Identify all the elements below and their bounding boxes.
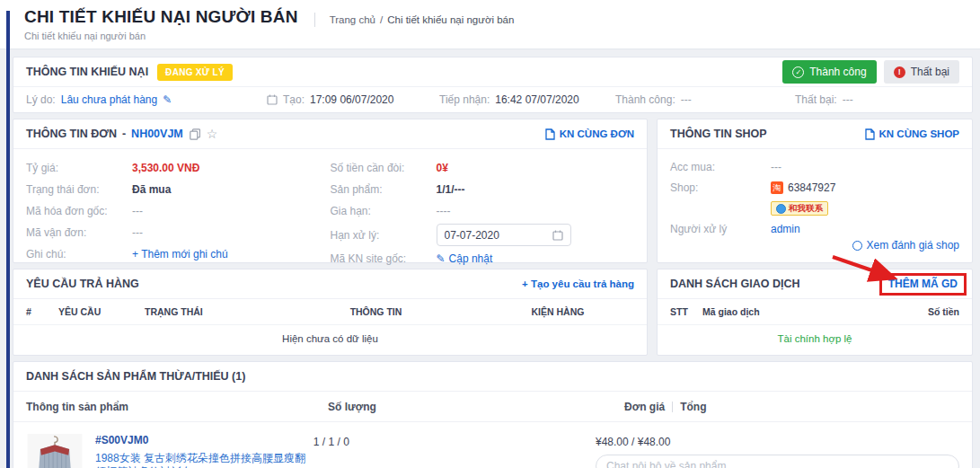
wangwang-icon xyxy=(776,204,786,214)
shop-id-value: 63847927 xyxy=(788,181,835,194)
order-field-products: Sản phẩm: 1/1/--- xyxy=(331,179,635,200)
acc-value: --- xyxy=(771,161,781,173)
highlight-box-annotation: THÊM MÃ GD xyxy=(879,273,967,296)
returns-col-request: YÊU CẦU xyxy=(58,306,145,317)
product-sku[interactable]: #S00VJM0 xyxy=(95,434,313,446)
breadcrumb-home[interactable]: Trang chủ xyxy=(330,14,375,25)
product-thumbnail[interactable] xyxy=(26,434,84,468)
create-return-request-link[interactable]: + Tạo yêu cầu trả hàng xyxy=(522,278,634,289)
complaint-info-card: THÔNG TIN KHIẾU NẠI ĐANG XỬ LÝ ✓ Thành c… xyxy=(13,57,973,113)
success-time-label: Thành công: xyxy=(615,93,675,106)
success-time-value: --- xyxy=(681,93,692,106)
taobao-icon: 淘 xyxy=(771,181,783,194)
order-field-extension: Gia hạn: ---- xyxy=(331,200,635,222)
copy-icon[interactable] xyxy=(190,128,200,140)
order-field-rate: Tỷ giá: 3,530.00 VNĐ xyxy=(26,157,331,179)
order-field-note: Ghi chú: + Thêm mới ghi chú xyxy=(26,243,331,265)
order-info-card: THÔNG TIN ĐƠN - NH00VJM ☆ KN CÙNG ĐƠN Tỷ… xyxy=(13,119,648,263)
sidebar-edge xyxy=(6,11,10,468)
wangwang-contact-badge[interactable]: 和我联系 xyxy=(771,201,828,216)
shop-field-shop: Shop: 淘 63847927 xyxy=(670,180,959,196)
update-site-code-link[interactable]: Cập nhật xyxy=(449,252,493,265)
document-icon xyxy=(545,128,555,140)
returns-empty-state: Hiện chưa có dữ liệu xyxy=(13,325,647,355)
product-name-link[interactable]: 1988女装 复古刺绣花朵撞色拼接高腰显瘦翻领灯笼袖条纹衬衫女 xyxy=(95,452,313,468)
page-subtitle: Chi tiết khiếu nại người bán xyxy=(24,31,298,41)
order-title-dash: - xyxy=(122,128,126,140)
refresh-circle-icon xyxy=(852,241,862,251)
product-price: ¥48.00 / ¥48.00 xyxy=(596,436,959,448)
products-col-info: Thông tin sản phẩm xyxy=(26,401,328,413)
chat-input[interactable] xyxy=(596,455,959,468)
order-field-site-code: Mã KN site gốc: ✎ Cập nhật xyxy=(331,248,635,269)
invoice-code-value: --- xyxy=(132,205,143,217)
shop-field-handler: Người xử lý admin xyxy=(670,221,959,237)
update-pencil-icon[interactable]: ✎ xyxy=(437,252,446,265)
order-code[interactable]: NH00VJM xyxy=(131,128,183,140)
add-transaction-code-link[interactable]: THÊM MÃ GD xyxy=(888,278,958,290)
shop-card-title: THÔNG TIN SHOP xyxy=(670,128,767,140)
exchange-rate-value: 3,530.00 VNĐ xyxy=(132,162,199,174)
document-icon xyxy=(865,128,875,140)
order-card-title: THÔNG TIN ĐƠN xyxy=(26,128,117,140)
reason-value-link[interactable]: Lâu chưa phát hàng xyxy=(61,93,157,106)
products-col-qty: Số lượng xyxy=(328,401,624,413)
extension-value: ---- xyxy=(437,205,451,217)
order-status-value: Đã mua xyxy=(132,183,171,196)
calendar-icon xyxy=(267,94,278,105)
received-value: 16:42 07/07/2020 xyxy=(495,93,578,106)
breadcrumb-current: Chi tiết khiếu nại người bán xyxy=(387,14,514,25)
order-field-tracking: Mã vận đơn: --- xyxy=(26,222,331,243)
transactions-table-header: STT Mã giao dịch Số tiền xyxy=(658,299,972,325)
product-count-value: 1/1/--- xyxy=(437,183,465,196)
handler-value-link[interactable]: admin xyxy=(771,223,800,235)
success-button[interactable]: ✓ Thành công xyxy=(782,60,876,84)
star-icon[interactable]: ☆ xyxy=(207,127,218,141)
fail-time-label: Thất bại: xyxy=(795,93,837,106)
returns-card-title: YÊU CẦU TRẢ HÀNG xyxy=(26,278,139,290)
created-value: 17:09 06/07/2020 xyxy=(310,93,393,106)
returns-col-status: TRẠNG THÁI xyxy=(145,306,270,317)
received-label: Tiếp nhận: xyxy=(439,93,490,106)
breadcrumb: Trang chủ / Chi tiết khiếu nại người bán xyxy=(314,13,515,27)
products-card: DANH SÁCH SẢN PHẨM THỪA/THIẾU (1) Thông … xyxy=(13,361,973,468)
page-title: CHI TIẾT KHIẾU NẠI NGƯỜI BÁN xyxy=(24,7,298,27)
tracking-code-value: --- xyxy=(132,226,143,239)
error-circle-icon: ! xyxy=(894,66,905,78)
complaint-card-title: THÔNG TIN KHIẾU NẠI xyxy=(26,66,148,78)
transactions-card-title: DANH SÁCH GIAO DỊCH xyxy=(670,278,799,290)
shop-field-acc: Acc mua: --- xyxy=(670,159,959,175)
status-badge: ĐANG XỬ LÝ xyxy=(157,64,233,81)
shop-contact-row: 和我联系 xyxy=(670,200,959,216)
add-note-link[interactable]: + Thêm mới ghi chú xyxy=(132,248,228,260)
column-divider xyxy=(672,402,673,412)
same-order-complaints-link[interactable]: KN CÙNG ĐƠN xyxy=(545,128,634,140)
returns-table-header: # YÊU CẦU TRẠNG THÁI THÔNG TIN KIỆN HÀNG xyxy=(13,299,647,325)
shop-info-card: THÔNG TIN SHOP KN CÙNG SHOP Acc mua: ---… xyxy=(657,119,973,263)
edit-reason-icon[interactable]: ✎ xyxy=(163,93,172,106)
products-col-total: Tổng xyxy=(680,401,706,413)
order-field-status: Trạng thái đơn: Đã mua xyxy=(26,179,331,200)
order-field-deadline: Hạn xử lý: xyxy=(331,222,635,248)
check-circle-icon: ✓ xyxy=(792,66,804,78)
calendar-input-icon xyxy=(552,230,563,241)
products-card-title: DANH SÁCH SẢN PHẨM THỪA/THIẾU (1) xyxy=(26,370,245,383)
returns-col-package: KIỆN HÀNG xyxy=(481,306,634,317)
products-table-header: Thông tin sản phẩm Số lượng Đơn giá Tổng xyxy=(13,392,972,422)
breadcrumb-separator: / xyxy=(380,14,383,25)
transactions-col-index: STT xyxy=(670,306,702,317)
fail-button[interactable]: ! Thất bại xyxy=(884,60,959,84)
product-row: #S00VJM0 1988女装 复古刺绣花朵撞色拼接高腰显瘦翻领灯笼袖条纹衬衫女… xyxy=(13,422,972,468)
product-quantity: 1 / 1 / 0 xyxy=(313,434,596,468)
deadline-date-input[interactable] xyxy=(437,224,571,246)
same-shop-complaints-link[interactable]: KN CÙNG SHOP xyxy=(865,128,959,140)
transactions-card: DANH SÁCH GIAO DỊCH THÊM MÃ GD STT Mã gi… xyxy=(657,269,973,356)
transactions-empty-state: Tài chính hợp lệ xyxy=(658,325,972,355)
returns-col-index: # xyxy=(26,306,58,317)
products-col-price: Đơn giá xyxy=(624,401,665,413)
reason-label: Lý do: xyxy=(26,93,56,106)
fail-time-value: --- xyxy=(843,93,853,106)
view-shop-review-link[interactable]: Xem đánh giá shop xyxy=(852,239,959,252)
return-requests-card: YÊU CẦU TRẢ HÀNG + Tạo yêu cầu trả hàng … xyxy=(13,269,648,356)
created-label: Tạo: xyxy=(283,93,305,106)
